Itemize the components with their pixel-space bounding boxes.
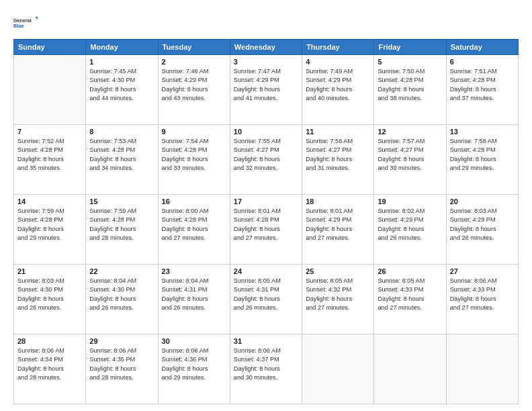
calendar-cell: 26Sunrise: 8:05 AMSunset: 4:33 PMDayligh… <box>374 265 446 334</box>
calendar-cell: 12Sunrise: 7:57 AMSunset: 4:27 PMDayligh… <box>374 125 446 195</box>
day-number: 1 <box>89 58 154 66</box>
day-info: Sunrise: 8:06 AMSunset: 4:35 PMDaylight:… <box>89 347 154 382</box>
calendar-cell: 3Sunrise: 7:47 AMSunset: 4:29 PMDaylight… <box>230 55 302 125</box>
day-number: 24 <box>234 267 298 275</box>
svg-text:Blue: Blue <box>13 23 24 29</box>
day-info: Sunrise: 8:03 AMSunset: 4:29 PMDaylight:… <box>450 207 515 242</box>
day-info: Sunrise: 7:45 AMSunset: 4:30 PMDaylight:… <box>89 67 154 103</box>
calendar-cell: 15Sunrise: 7:59 AMSunset: 4:28 PMDayligh… <box>86 195 158 265</box>
calendar-cell: 14Sunrise: 7:59 AMSunset: 4:28 PMDayligh… <box>14 195 86 265</box>
day-info: Sunrise: 7:47 AMSunset: 4:29 PMDaylight:… <box>234 67 298 103</box>
day-number: 31 <box>234 337 298 345</box>
day-number: 28 <box>17 337 82 345</box>
day-number: 15 <box>89 197 154 205</box>
day-number: 18 <box>306 197 370 205</box>
calendar-cell: 16Sunrise: 8:00 AMSunset: 4:28 PMDayligh… <box>158 195 230 265</box>
day-number: 7 <box>17 128 82 136</box>
day-info: Sunrise: 8:06 AMSunset: 4:36 PMDaylight:… <box>162 347 226 382</box>
calendar-cell: 9Sunrise: 7:54 AMSunset: 4:28 PMDaylight… <box>158 125 230 195</box>
calendar-day-header: Monday <box>86 40 158 55</box>
calendar-cell: 10Sunrise: 7:55 AMSunset: 4:27 PMDayligh… <box>230 125 302 195</box>
calendar-cell: 24Sunrise: 8:05 AMSunset: 4:31 PMDayligh… <box>230 265 302 334</box>
day-info: Sunrise: 8:05 AMSunset: 4:31 PMDaylight:… <box>234 277 298 312</box>
day-number: 8 <box>89 128 154 136</box>
day-number: 25 <box>306 267 370 275</box>
calendar-cell: 5Sunrise: 7:50 AMSunset: 4:28 PMDaylight… <box>374 55 446 125</box>
day-number: 23 <box>162 267 226 275</box>
day-info: Sunrise: 7:57 AMSunset: 4:27 PMDaylight:… <box>378 137 442 173</box>
day-number: 14 <box>17 197 82 205</box>
calendar-day-header: Thursday <box>302 40 374 55</box>
calendar-cell: 8Sunrise: 7:53 AMSunset: 4:28 PMDaylight… <box>86 125 158 195</box>
day-number: 2 <box>162 58 226 66</box>
day-number: 30 <box>162 337 226 345</box>
day-number: 16 <box>162 197 226 205</box>
day-info: Sunrise: 8:04 AMSunset: 4:30 PMDaylight:… <box>89 277 154 312</box>
day-number: 21 <box>17 267 82 275</box>
day-info: Sunrise: 7:50 AMSunset: 4:28 PMDaylight:… <box>378 67 442 103</box>
day-info: Sunrise: 7:54 AMSunset: 4:28 PMDaylight:… <box>162 137 226 173</box>
day-number: 11 <box>306 128 370 136</box>
day-info: Sunrise: 7:52 AMSunset: 4:28 PMDaylight:… <box>17 137 82 173</box>
day-number: 3 <box>234 58 298 66</box>
calendar-week-row: 7Sunrise: 7:52 AMSunset: 4:28 PMDaylight… <box>14 125 519 195</box>
calendar-cell: 17Sunrise: 8:01 AMSunset: 4:28 PMDayligh… <box>230 195 302 265</box>
calendar-day-header: Saturday <box>446 40 518 55</box>
day-number: 17 <box>234 197 298 205</box>
day-info: Sunrise: 7:53 AMSunset: 4:28 PMDaylight:… <box>89 137 154 173</box>
day-info: Sunrise: 8:06 AMSunset: 4:37 PMDaylight:… <box>234 347 298 382</box>
page-header: General Blue <box>13 11 519 35</box>
day-number: 5 <box>378 58 442 66</box>
day-info: Sunrise: 8:01 AMSunset: 4:28 PMDaylight:… <box>234 207 298 242</box>
calendar-cell: 30Sunrise: 8:06 AMSunset: 4:36 PMDayligh… <box>158 334 230 404</box>
calendar-week-row: 21Sunrise: 8:03 AMSunset: 4:30 PMDayligh… <box>14 265 519 334</box>
day-info: Sunrise: 8:06 AMSunset: 4:34 PMDaylight:… <box>17 347 82 382</box>
day-number: 22 <box>89 267 154 275</box>
calendar-day-header: Tuesday <box>158 40 230 55</box>
day-info: Sunrise: 7:58 AMSunset: 4:28 PMDaylight:… <box>450 137 515 173</box>
day-info: Sunrise: 7:51 AMSunset: 4:28 PMDaylight:… <box>450 67 515 103</box>
day-info: Sunrise: 8:02 AMSunset: 4:29 PMDaylight:… <box>378 207 442 242</box>
calendar-cell: 11Sunrise: 7:56 AMSunset: 4:27 PMDayligh… <box>302 125 374 195</box>
calendar-cell: 4Sunrise: 7:49 AMSunset: 4:29 PMDaylight… <box>302 55 374 125</box>
calendar-cell: 20Sunrise: 8:03 AMSunset: 4:29 PMDayligh… <box>446 195 518 265</box>
day-number: 13 <box>450 128 515 136</box>
calendar-cell: 25Sunrise: 8:05 AMSunset: 4:32 PMDayligh… <box>302 265 374 334</box>
calendar-cell: 6Sunrise: 7:51 AMSunset: 4:28 PMDaylight… <box>446 55 518 125</box>
svg-marker-2 <box>35 17 38 20</box>
calendar-cell: 22Sunrise: 8:04 AMSunset: 4:30 PMDayligh… <box>86 265 158 334</box>
day-info: Sunrise: 8:04 AMSunset: 4:31 PMDaylight:… <box>162 277 226 312</box>
day-number: 26 <box>378 267 442 275</box>
calendar-cell <box>446 334 518 404</box>
day-info: Sunrise: 8:06 AMSunset: 4:33 PMDaylight:… <box>450 277 515 312</box>
calendar-cell: 29Sunrise: 8:06 AMSunset: 4:35 PMDayligh… <box>86 334 158 404</box>
day-info: Sunrise: 8:00 AMSunset: 4:28 PMDaylight:… <box>162 207 226 242</box>
calendar-week-row: 28Sunrise: 8:06 AMSunset: 4:34 PMDayligh… <box>14 334 519 404</box>
calendar-cell: 21Sunrise: 8:03 AMSunset: 4:30 PMDayligh… <box>14 265 86 334</box>
day-number: 9 <box>162 128 226 136</box>
calendar-header-row: SundayMondayTuesdayWednesdayThursdayFrid… <box>14 40 519 55</box>
calendar-day-header: Friday <box>374 40 446 55</box>
day-number: 4 <box>306 58 370 66</box>
calendar-cell <box>14 55 86 125</box>
day-number: 19 <box>378 197 442 205</box>
day-number: 10 <box>234 128 298 136</box>
day-info: Sunrise: 7:46 AMSunset: 4:29 PMDaylight:… <box>162 67 226 103</box>
logo: General Blue <box>13 11 38 35</box>
calendar-week-row: 14Sunrise: 7:59 AMSunset: 4:28 PMDayligh… <box>14 195 519 265</box>
calendar-cell: 1Sunrise: 7:45 AMSunset: 4:30 PMDaylight… <box>86 55 158 125</box>
day-info: Sunrise: 7:59 AMSunset: 4:28 PMDaylight:… <box>17 207 82 242</box>
calendar-table: SundayMondayTuesdayWednesdayThursdayFrid… <box>13 39 519 404</box>
day-info: Sunrise: 7:55 AMSunset: 4:27 PMDaylight:… <box>234 137 298 173</box>
calendar-cell <box>374 334 446 404</box>
calendar-day-header: Wednesday <box>230 40 302 55</box>
day-info: Sunrise: 8:05 AMSunset: 4:32 PMDaylight:… <box>306 277 370 312</box>
day-number: 6 <box>450 58 515 66</box>
day-info: Sunrise: 8:01 AMSunset: 4:29 PMDaylight:… <box>306 207 370 242</box>
day-info: Sunrise: 8:03 AMSunset: 4:30 PMDaylight:… <box>17 277 82 312</box>
day-number: 20 <box>450 197 515 205</box>
day-number: 29 <box>89 337 154 345</box>
day-info: Sunrise: 8:05 AMSunset: 4:33 PMDaylight:… <box>378 277 442 312</box>
calendar-week-row: 1Sunrise: 7:45 AMSunset: 4:30 PMDaylight… <box>14 55 519 125</box>
day-info: Sunrise: 7:49 AMSunset: 4:29 PMDaylight:… <box>306 67 370 103</box>
